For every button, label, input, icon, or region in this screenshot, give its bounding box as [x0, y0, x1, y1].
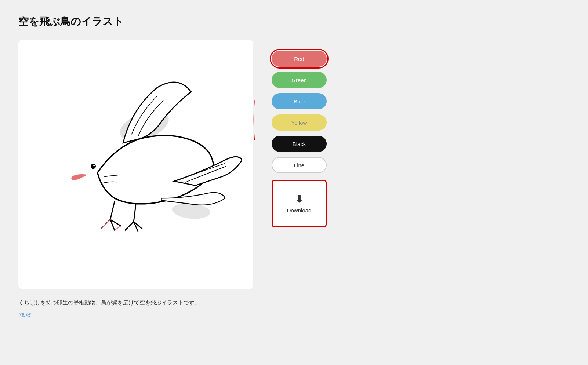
- content-area: Red Green Blue Yellow Black Line ⬇ Downl…: [18, 40, 570, 289]
- color-button-blue[interactable]: Blue: [272, 93, 327, 109]
- page-title: 空を飛ぶ鳥のイラスト: [18, 15, 570, 29]
- color-button-green[interactable]: Green: [272, 72, 327, 88]
- color-button-red[interactable]: Red: [272, 51, 327, 67]
- download-icon: ⬇: [295, 194, 304, 204]
- description: くちばしを持つ卵生の脊椎動物、鳥が翼を広げて空を飛ぶイラストです。: [18, 298, 570, 307]
- svg-point-4: [93, 165, 95, 167]
- tag[interactable]: #動物: [18, 312, 570, 318]
- color-button-line[interactable]: Line: [272, 157, 327, 173]
- bird-illustration: [29, 54, 242, 275]
- annotation-arrow: [251, 40, 273, 208]
- image-card: [18, 40, 253, 289]
- download-button[interactable]: ⬇ Download: [272, 180, 327, 227]
- controls-panel: Red Green Blue Yellow Black Line ⬇ Downl…: [272, 51, 327, 227]
- color-button-yellow[interactable]: Yellow: [272, 114, 327, 131]
- download-label: Download: [287, 207, 312, 213]
- svg-point-3: [91, 164, 96, 169]
- color-button-black[interactable]: Black: [272, 136, 327, 152]
- annotation-container: Red Green Blue Yellow Black Line ⬇ Downl…: [272, 40, 327, 227]
